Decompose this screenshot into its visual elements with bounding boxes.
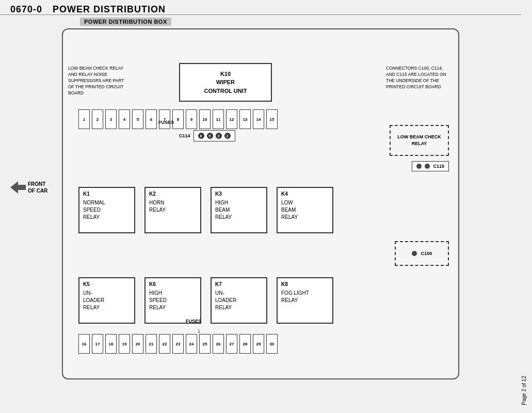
fuse-box-bottom-22: 22 [159,334,170,354]
c115-dot-1 [416,164,422,169]
fuse-box-bottom-24: 24 [186,334,197,354]
c115-dot-2 [425,164,430,169]
fuse-box-bottom-27: 27 [226,334,237,354]
note-left: LOW BEAM CHECK RELAY AND RELAY NOISE SUP… [68,66,127,96]
fuse-box-top-14: 14 [253,109,264,129]
fuse-box-top-9: 9 [186,109,197,129]
fuse-box-bottom-26: 26 [213,334,224,354]
c114-pin-5: 5 [207,133,213,139]
relay-row-2: K5UN- LOADER RELAYK6HIGH SPEED RELAYK7UN… [78,277,333,324]
front-of-car-label: FRONT OF CAR [10,181,47,194]
relay-box-k2: K2HORN RELAY [144,187,201,233]
fuse-box-bottom-28: 28 [239,334,251,354]
front-arrow-icon [10,181,26,194]
fuse-box-bottom-19: 19 [119,334,130,354]
fuse-box-top-1: 1 [78,109,90,129]
page-indicator: Page 2 of 12 [521,376,527,405]
relay-row-1: K1NORMAL SPEED RELAYK2HORN RELAYK3HIGH B… [78,187,333,233]
page-title: POWER DISTRIBUTION [53,4,166,15]
relay-box-k8: K8FOG LIGHT RELAY [277,277,333,324]
fuse-row-top: 123456789101112131415 [78,109,278,129]
low-beam-relay-text: LOW BEAM CHECK RELAY [391,134,448,147]
fuses-label-bottom: FUSES [186,319,201,324]
header-divider [0,14,521,15]
relay-box-k1: K1NORMAL SPEED RELAY [78,187,135,233]
fuse-box-top-3: 3 [105,109,117,129]
fuses-arrow-bottom: ↓ [197,326,201,335]
c114-connector: 8532 [194,130,235,141]
fuse-box-top-12: 12 [226,109,237,129]
fuse-box-top-10: 10 [199,109,211,129]
low-beam-relay-box: LOW BEAM CHECK RELAY [390,125,449,156]
fuse-box-top-11: 11 [213,109,224,129]
c100-label: C100 [421,251,432,256]
c114-pin-2: 2 [224,133,231,139]
c114-pin-8: 8 [198,133,204,139]
fuse-box-bottom-16: 16 [78,334,90,354]
k10-name: WIPER CONTROL UNIT [204,78,247,95]
subtitle-label: POWER DISTRIBUTION BOX [80,18,171,26]
c115-area: C115 [412,161,449,171]
fuse-box-bottom-23: 23 [172,334,184,354]
fuse-box-bottom-25: 25 [199,334,211,354]
fuse-box-top-6: 6 [146,109,157,129]
fuse-box-top-8: 8 [172,109,184,129]
header: 0670-0 POWER DISTRIBUTION [10,4,166,15]
fuse-box-top-15: 15 [266,109,278,129]
note-right: CONNECTORS C100, C114, AND C115 ARE LOCA… [386,66,453,90]
fuse-box-top-7: 7 [159,109,170,129]
fuse-box-bottom-29: 29 [253,334,264,354]
c100-area: C100 [395,241,449,266]
k10-unit: K10 WIPER CONTROL UNIT [179,63,272,102]
svg-marker-0 [10,181,26,194]
k10-id: K10 [220,70,231,78]
fuses-label-top: FUSES [158,120,174,125]
fuse-box-bottom-21: 21 [146,334,157,354]
main-diagram: LOW BEAM CHECK RELAY AND RELAY NOISE SUP… [62,28,459,379]
page: 0670-0 POWER DISTRIBUTION POWER DISTRIBU… [0,0,532,413]
relay-box-k5: K5UN- LOADER RELAY [78,277,135,324]
fuse-box-top-5: 5 [132,109,143,129]
front-text: FRONT OF CAR [28,181,47,194]
subtitle-bar: POWER DISTRIBUTION BOX [80,17,171,26]
fuse-box-bottom-30: 30 [266,334,278,354]
fuse-box-bottom-17: 17 [92,334,103,354]
relay-box-k7: K7UN- LOADER RELAY [211,277,267,324]
c114-pin-3: 3 [216,133,222,139]
fuse-box-top-13: 13 [239,109,251,129]
fuse-box-top-2: 2 [92,109,103,129]
doc-number-title: 0670-0 [10,4,42,15]
fuse-box-top-4: 4 [119,109,130,129]
fuse-row-bottom: 161718192021222324252627282930 [78,334,278,354]
c114-area: C114 8532 [179,130,235,141]
relay-box-k3: K3HIGH BEAM RELAY [211,187,267,233]
c114-label: C114 [179,133,190,138]
c100-dot [412,251,417,256]
fuse-box-bottom-18: 18 [105,334,117,354]
fuse-box-bottom-20: 20 [132,334,143,354]
relay-box-k6: K6HIGH SPEED RELAY [144,277,201,324]
relay-box-k4: K4LOW BEAM RELAY [277,187,333,233]
c115-label: C115 [433,164,444,169]
